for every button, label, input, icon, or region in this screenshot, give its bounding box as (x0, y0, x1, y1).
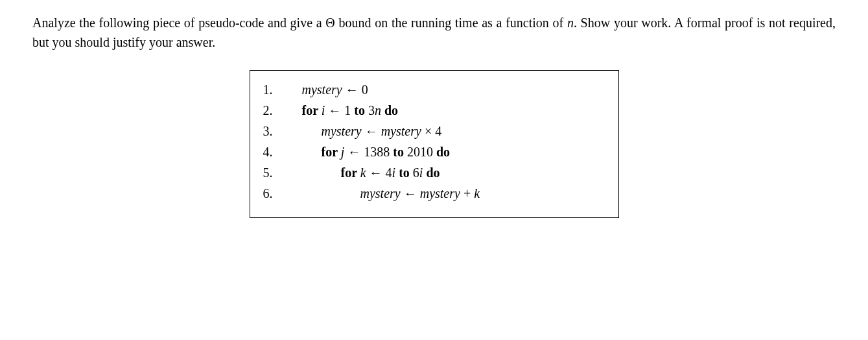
code-content: mystery ← 0 (289, 80, 368, 99)
variable-n: n (567, 16, 574, 30)
code-content: mystery ← mystery × 4 (289, 121, 442, 141)
line-number: 2. (263, 101, 289, 120)
line-number: 5. (263, 163, 289, 182)
line-number: 4. (263, 142, 289, 162)
problem-text-1: Analyze the following piece of pseudo-co… (32, 16, 325, 30)
code-content: for k ← 4i to 6i do (289, 163, 440, 182)
code-line-5: 5.for k ← 4i to 6i do (263, 163, 605, 182)
problem-statement: Analyze the following piece of pseudo-co… (32, 13, 836, 52)
code-content: for j ← 1388 to 2010 do (289, 142, 451, 162)
theta-symbol: Θ (325, 16, 334, 30)
problem-text-2: bound on the running time as a function … (335, 16, 567, 30)
pseudocode-box: 1.mystery ← 02.for i ← 1 to 3n do3.myste… (250, 70, 619, 218)
code-content: mystery ← mystery + k (289, 184, 480, 203)
code-line-6: 6.mystery ← mystery + k (263, 184, 605, 203)
code-line-1: 1.mystery ← 0 (263, 80, 605, 99)
code-content: for i ← 1 to 3n do (289, 101, 399, 120)
code-line-3: 3.mystery ← mystery × 4 (263, 121, 605, 141)
line-number: 6. (263, 184, 289, 203)
code-lines: 1.mystery ← 02.for i ← 1 to 3n do3.myste… (263, 80, 605, 203)
line-number: 1. (263, 80, 289, 99)
code-line-4: 4.for j ← 1388 to 2010 do (263, 142, 605, 162)
code-line-2: 2.for i ← 1 to 3n do (263, 101, 605, 120)
line-number: 3. (263, 121, 289, 141)
